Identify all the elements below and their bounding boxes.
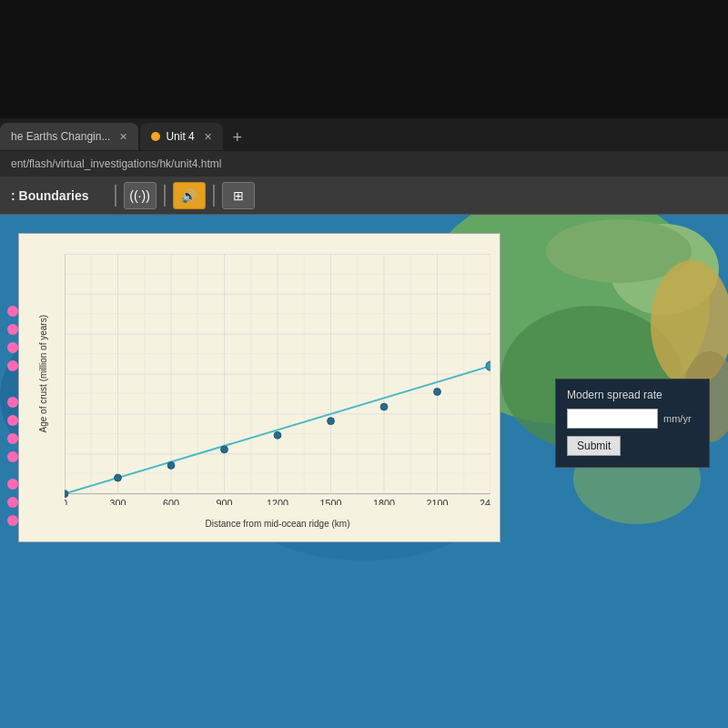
spread-rate-row: mm/yr (567, 409, 698, 429)
signal-icon: ((·)) (129, 188, 150, 203)
tab-label-1: he Earths Changin... (11, 130, 110, 143)
url-text: ent/flash/virtual_investigations/hk/unit… (11, 157, 221, 170)
app-title: : Boundaries (11, 188, 89, 203)
pink-dot-5 (7, 397, 18, 408)
pink-dot-10 (7, 497, 18, 508)
graph-panel: Age of crust (million of years) (18, 233, 500, 542)
calculator-button[interactable]: ⊞ (222, 182, 255, 209)
tab-dot (151, 132, 160, 141)
pink-dot-4 (7, 360, 18, 371)
svg-point-65 (434, 389, 441, 396)
svg-point-63 (328, 418, 335, 425)
x-axis-label: Distance from mid-ocean ridge (km) (206, 519, 350, 529)
spread-rate-panel: Modern spread rate mm/yr Submit (555, 379, 710, 468)
pink-dot-3 (7, 342, 18, 353)
toolbar-sep-3 (213, 185, 215, 207)
svg-point-60 (167, 462, 175, 470)
spread-rate-input[interactable] (567, 409, 658, 429)
browser-chrome: he Earths Changin... ✕ Unit 4 ✕ + ent/fl… (0, 118, 728, 177)
pink-dot-9 (7, 479, 18, 490)
svg-text:600: 600 (163, 498, 179, 505)
pink-dot-6 (7, 415, 18, 426)
spread-rate-title: Modern spread rate (567, 389, 698, 401)
svg-point-62 (274, 431, 281, 439)
speaker-icon: 🔊 (181, 188, 197, 203)
signal-button[interactable]: ((·)) (124, 182, 157, 209)
tab-bar: he Earths Changin... ✕ Unit 4 ✕ + (0, 118, 728, 151)
address-bar: ent/flash/virtual_investigations/hk/unit… (0, 151, 728, 177)
tab-close-2[interactable]: ✕ (204, 131, 212, 143)
svg-point-61 (221, 446, 228, 453)
top-bar (0, 0, 728, 118)
svg-point-58 (65, 490, 68, 498)
toolbar-sep-1 (115, 185, 116, 207)
svg-text:900: 900 (217, 498, 233, 505)
spread-rate-unit: mm/yr (663, 413, 692, 424)
tab-label-2: Unit 4 (166, 130, 194, 143)
speaker-button[interactable]: 🔊 (173, 182, 206, 209)
pink-dot-1 (7, 306, 18, 317)
y-axis-label: Age of crust (million of years) (38, 315, 48, 433)
pink-dot-7 (7, 433, 18, 444)
chart-svg: 0 50 100 150 200 250 300 0 300 600 900 1… (65, 243, 490, 505)
svg-point-59 (115, 474, 122, 481)
app-toolbar: : Boundaries ((·)) 🔊 ⊞ (0, 177, 728, 215)
pink-dot-8 (7, 451, 18, 462)
calculator-icon: ⊞ (233, 188, 244, 203)
svg-text:1200: 1200 (267, 498, 288, 505)
tab-unit4[interactable]: Unit 4 ✕ (140, 123, 222, 150)
main-content: Age of crust (million of years) (0, 215, 728, 728)
graph-area: Age of crust (million of years) (65, 243, 490, 505)
y-axis-label-container: Age of crust (million of years) (25, 243, 61, 505)
svg-text:2400: 2400 (480, 498, 490, 505)
new-tab-button[interactable]: + (225, 125, 250, 150)
svg-text:1800: 1800 (373, 498, 395, 505)
svg-text:1500: 1500 (320, 498, 342, 505)
submit-button[interactable]: Submit (567, 436, 621, 456)
pink-dot-11 (7, 515, 18, 526)
svg-text:300: 300 (110, 498, 126, 505)
tab-close-1[interactable]: ✕ (119, 131, 127, 143)
svg-point-66 (486, 361, 490, 370)
toolbar-sep-2 (164, 185, 166, 207)
svg-point-64 (380, 403, 388, 410)
svg-text:0: 0 (65, 498, 67, 505)
svg-text:2100: 2100 (427, 498, 449, 505)
x-axis-label-container: Distance from mid-ocean ridge (km) (65, 514, 490, 531)
pink-dot-2 (7, 324, 18, 335)
tab-earths-changing[interactable]: he Earths Changin... ✕ (0, 123, 138, 150)
